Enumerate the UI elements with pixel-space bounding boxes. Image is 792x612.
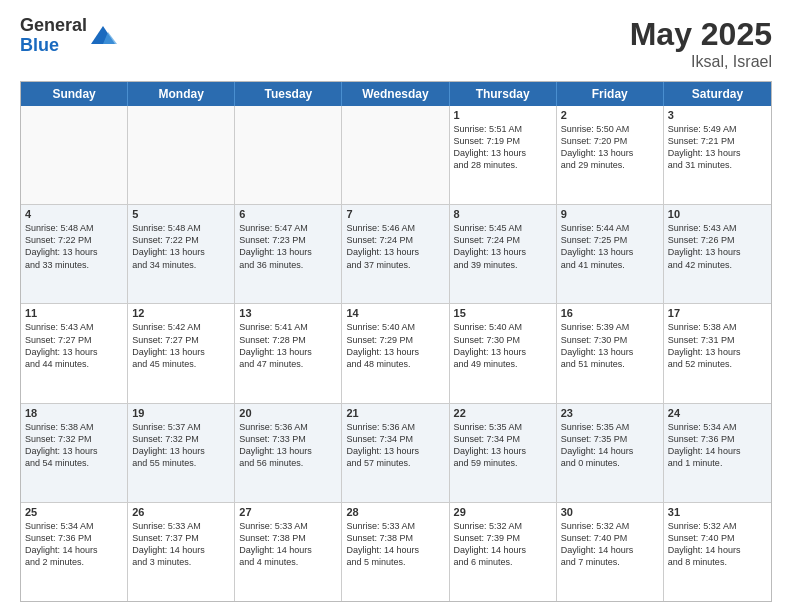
cal-cell: 7Sunrise: 5:46 AMSunset: 7:24 PMDaylight…	[342, 205, 449, 303]
day-number: 2	[561, 109, 659, 121]
logo-icon	[89, 22, 117, 50]
logo-general: General	[20, 16, 87, 36]
day-number: 15	[454, 307, 552, 319]
cal-cell	[235, 106, 342, 204]
cell-info-line: and 7 minutes.	[561, 556, 659, 568]
cell-info-line: Sunrise: 5:47 AM	[239, 222, 337, 234]
cell-info-line: Sunset: 7:32 PM	[132, 433, 230, 445]
cell-info-line: Sunrise: 5:41 AM	[239, 321, 337, 333]
day-number: 4	[25, 208, 123, 220]
cell-info-line: Daylight: 13 hours	[454, 445, 552, 457]
cal-header-day: Thursday	[450, 82, 557, 106]
cell-info-line: Sunset: 7:22 PM	[25, 234, 123, 246]
location-title: Iksal, Israel	[630, 53, 772, 71]
cell-info-line: Daylight: 13 hours	[239, 346, 337, 358]
cell-info-line: Sunset: 7:35 PM	[561, 433, 659, 445]
day-number: 13	[239, 307, 337, 319]
cell-info-line: and 36 minutes.	[239, 259, 337, 271]
cal-cell: 19Sunrise: 5:37 AMSunset: 7:32 PMDayligh…	[128, 404, 235, 502]
cell-info-line: Sunset: 7:40 PM	[561, 532, 659, 544]
cell-info-line: Sunrise: 5:43 AM	[25, 321, 123, 333]
cal-cell: 9Sunrise: 5:44 AMSunset: 7:25 PMDaylight…	[557, 205, 664, 303]
cell-info-line: Daylight: 13 hours	[239, 246, 337, 258]
cell-info-line: Daylight: 13 hours	[132, 445, 230, 457]
cell-info-line: and 55 minutes.	[132, 457, 230, 469]
cell-info-line: Sunset: 7:38 PM	[239, 532, 337, 544]
cell-info-line: and 31 minutes.	[668, 159, 767, 171]
cell-info-line: Sunset: 7:22 PM	[132, 234, 230, 246]
cell-info-line: and 42 minutes.	[668, 259, 767, 271]
cell-info-line: Sunset: 7:30 PM	[561, 334, 659, 346]
cal-cell: 14Sunrise: 5:40 AMSunset: 7:29 PMDayligh…	[342, 304, 449, 402]
cell-info-line: Sunrise: 5:39 AM	[561, 321, 659, 333]
cell-info-line: Sunset: 7:25 PM	[561, 234, 659, 246]
cell-info-line: Daylight: 14 hours	[346, 544, 444, 556]
day-number: 6	[239, 208, 337, 220]
cal-cell: 18Sunrise: 5:38 AMSunset: 7:32 PMDayligh…	[21, 404, 128, 502]
day-number: 1	[454, 109, 552, 121]
day-number: 21	[346, 407, 444, 419]
cal-cell: 28Sunrise: 5:33 AMSunset: 7:38 PMDayligh…	[342, 503, 449, 601]
cell-info-line: Daylight: 13 hours	[668, 246, 767, 258]
cell-info-line: Sunrise: 5:49 AM	[668, 123, 767, 135]
cell-info-line: and 49 minutes.	[454, 358, 552, 370]
cell-info-line: Sunrise: 5:50 AM	[561, 123, 659, 135]
cell-info-line: Daylight: 13 hours	[25, 445, 123, 457]
cell-info-line: Daylight: 13 hours	[25, 346, 123, 358]
cal-cell: 27Sunrise: 5:33 AMSunset: 7:38 PMDayligh…	[235, 503, 342, 601]
cell-info-line: Sunrise: 5:32 AM	[561, 520, 659, 532]
day-number: 10	[668, 208, 767, 220]
cal-header-day: Monday	[128, 82, 235, 106]
page-header: General Blue May 2025 Iksal, Israel	[20, 16, 772, 71]
cell-info-line: Daylight: 13 hours	[668, 346, 767, 358]
cell-info-line: Sunrise: 5:36 AM	[239, 421, 337, 433]
logo-text: General Blue	[20, 16, 87, 56]
calendar: SundayMondayTuesdayWednesdayThursdayFrid…	[20, 81, 772, 602]
cal-cell: 16Sunrise: 5:39 AMSunset: 7:30 PMDayligh…	[557, 304, 664, 402]
cell-info-line: Daylight: 14 hours	[454, 544, 552, 556]
cal-row: 4Sunrise: 5:48 AMSunset: 7:22 PMDaylight…	[21, 205, 771, 304]
cell-info-line: Daylight: 13 hours	[561, 246, 659, 258]
day-number: 14	[346, 307, 444, 319]
cal-cell: 8Sunrise: 5:45 AMSunset: 7:24 PMDaylight…	[450, 205, 557, 303]
day-number: 7	[346, 208, 444, 220]
cell-info-line: Sunrise: 5:32 AM	[668, 520, 767, 532]
cell-info-line: and 33 minutes.	[25, 259, 123, 271]
cell-info-line: and 0 minutes.	[561, 457, 659, 469]
cal-header-day: Wednesday	[342, 82, 449, 106]
cell-info-line: Sunrise: 5:34 AM	[668, 421, 767, 433]
day-number: 17	[668, 307, 767, 319]
cal-cell: 29Sunrise: 5:32 AMSunset: 7:39 PMDayligh…	[450, 503, 557, 601]
cell-info-line: and 52 minutes.	[668, 358, 767, 370]
cell-info-line: Sunset: 7:23 PM	[239, 234, 337, 246]
cell-info-line: Sunrise: 5:35 AM	[561, 421, 659, 433]
cal-cell: 2Sunrise: 5:50 AMSunset: 7:20 PMDaylight…	[557, 106, 664, 204]
cal-cell: 25Sunrise: 5:34 AMSunset: 7:36 PMDayligh…	[21, 503, 128, 601]
cal-cell: 31Sunrise: 5:32 AMSunset: 7:40 PMDayligh…	[664, 503, 771, 601]
cell-info-line: Sunset: 7:29 PM	[346, 334, 444, 346]
cell-info-line: and 3 minutes.	[132, 556, 230, 568]
cell-info-line: and 41 minutes.	[561, 259, 659, 271]
cell-info-line: Daylight: 13 hours	[132, 246, 230, 258]
cell-info-line: Daylight: 13 hours	[239, 445, 337, 457]
cell-info-line: and 44 minutes.	[25, 358, 123, 370]
cal-cell: 20Sunrise: 5:36 AMSunset: 7:33 PMDayligh…	[235, 404, 342, 502]
cell-info-line: Daylight: 14 hours	[561, 445, 659, 457]
cell-info-line: Daylight: 13 hours	[454, 346, 552, 358]
cell-info-line: Sunrise: 5:32 AM	[454, 520, 552, 532]
cell-info-line: Sunset: 7:33 PM	[239, 433, 337, 445]
cal-header-day: Friday	[557, 82, 664, 106]
title-block: May 2025 Iksal, Israel	[630, 16, 772, 71]
logo: General Blue	[20, 16, 117, 56]
day-number: 20	[239, 407, 337, 419]
cell-info-line: and 56 minutes.	[239, 457, 337, 469]
cell-info-line: Sunrise: 5:33 AM	[132, 520, 230, 532]
cal-cell: 23Sunrise: 5:35 AMSunset: 7:35 PMDayligh…	[557, 404, 664, 502]
cell-info-line: Daylight: 13 hours	[561, 147, 659, 159]
cell-info-line: and 28 minutes.	[454, 159, 552, 171]
cell-info-line: Sunset: 7:38 PM	[346, 532, 444, 544]
cal-cell: 17Sunrise: 5:38 AMSunset: 7:31 PMDayligh…	[664, 304, 771, 402]
cell-info-line: and 29 minutes.	[561, 159, 659, 171]
cal-cell: 3Sunrise: 5:49 AMSunset: 7:21 PMDaylight…	[664, 106, 771, 204]
cell-info-line: and 47 minutes.	[239, 358, 337, 370]
